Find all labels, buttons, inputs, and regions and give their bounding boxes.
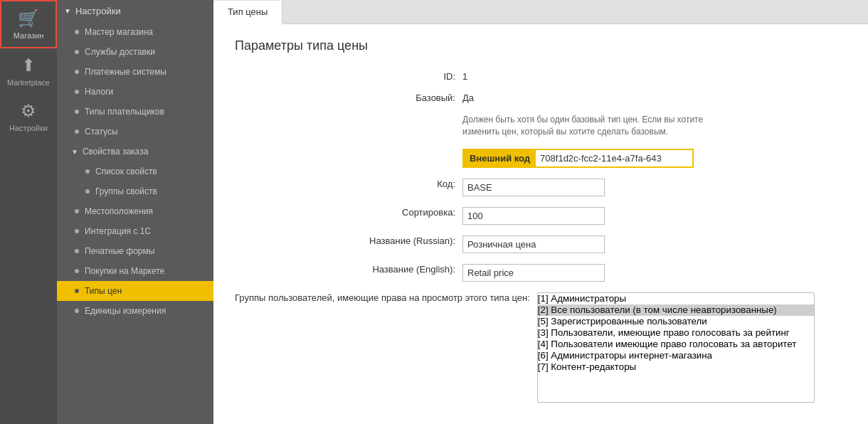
external-code-wrapper: Внешний код xyxy=(462,149,694,168)
sort-value-wrapper xyxy=(462,203,847,225)
id-label: ID: xyxy=(235,68,462,82)
nav-item-order-props[interactable]: ▼ Свойства заказа xyxy=(57,142,213,161)
form-row-id: ID: 1 xyxy=(235,68,847,82)
content-area: Параметры типа цены ID: 1 Базовый: Да До… xyxy=(213,24,868,424)
nav-item-price-types[interactable]: Типы цен xyxy=(57,281,213,301)
nav-item-integration-1c[interactable]: Интеграция с 1С xyxy=(57,221,213,241)
sidebar-item-settings-label: Настройки xyxy=(9,124,48,132)
name-english-label: Название (English): xyxy=(235,260,462,275)
form-row-name-russian: Название (Russian): xyxy=(235,232,847,253)
nav-item-payer-types[interactable]: Типы плательщиков xyxy=(57,102,213,122)
form-row-groups: Группы пользователей, имеющие права на п… xyxy=(235,289,847,403)
form-row-sort: Сортировка: xyxy=(235,203,847,225)
dot-icon xyxy=(75,309,79,313)
groups-listbox-wrapper: [1] Администраторы[2] Все пользователи (… xyxy=(537,289,847,403)
nav-item-units-label: Единицы измерения xyxy=(85,306,166,316)
nav-item-props-list[interactable]: Список свойств xyxy=(57,161,213,181)
order-props-arrow: ▼ xyxy=(71,148,78,156)
form-row-hint: Должен быть хотя бы один базовый тип цен… xyxy=(235,110,847,138)
form-row-code: Код: xyxy=(235,175,847,196)
nav-item-print-forms[interactable]: Печатные формы xyxy=(57,241,213,261)
dot-icon xyxy=(75,110,79,114)
tab-price-type[interactable]: Тип цены xyxy=(213,1,282,24)
marketplace-icon: ⬆ xyxy=(21,55,36,75)
groups-label: Группы пользователей, имеющие права на п… xyxy=(235,289,537,303)
sidebar-item-shop-label: Магазин xyxy=(14,31,43,40)
nav-item-statuses-label: Статусы xyxy=(85,127,118,137)
nav-item-payment[interactable]: Платежные системы xyxy=(57,62,213,82)
dot-icon xyxy=(75,229,79,233)
form-row-name-english: Название (English): xyxy=(235,260,847,282)
nav-item-taxes[interactable]: Налоги xyxy=(57,82,213,102)
nav-item-integration-1c-label: Интеграция с 1С xyxy=(85,226,151,236)
tab-bar: Тип цены xyxy=(213,0,868,24)
groups-listbox[interactable]: [1] Администраторы[2] Все пользователи (… xyxy=(537,292,815,403)
nav-item-props-groups[interactable]: Группы свойств xyxy=(57,181,213,201)
nav-section-arrow: ▼ xyxy=(64,7,71,15)
name-russian-label: Название (Russian): xyxy=(235,232,462,246)
dot-icon xyxy=(75,289,79,293)
hint-text: Должен быть хотя бы один базовый тип цен… xyxy=(462,110,711,138)
nav-item-props-groups-label: Группы свойств xyxy=(95,186,157,196)
nav-section-label: Настройки xyxy=(75,6,121,16)
external-code-wrapper-outer: Внешний код xyxy=(462,145,847,168)
code-label: Код: xyxy=(235,175,462,189)
dot-icon xyxy=(75,90,79,94)
form-row-external-code: Внешний код xyxy=(235,145,847,168)
nav-item-statuses[interactable]: Статусы xyxy=(57,122,213,142)
dot-icon xyxy=(85,189,90,194)
sidebar-item-marketplace[interactable]: ⬆ Marketplace xyxy=(0,48,57,94)
nav-panel: ▼ Настройки Мастер магазина Службы доста… xyxy=(57,0,213,424)
nav-item-locations[interactable]: Местоположения xyxy=(57,201,213,221)
nav-item-locations-label: Местоположения xyxy=(85,206,153,216)
nav-item-payer-types-label: Типы плательщиков xyxy=(85,107,164,117)
nav-item-units[interactable]: Единицы измерения xyxy=(57,301,213,321)
nav-item-market-purchases[interactable]: Покупки на Маркете xyxy=(57,261,213,281)
nav-item-order-props-label: Свойства заказа xyxy=(83,147,148,157)
nav-item-taxes-label: Налоги xyxy=(85,87,113,97)
sort-input[interactable] xyxy=(462,207,605,225)
nav-item-print-forms-label: Печатные формы xyxy=(85,246,154,256)
sidebar-item-settings[interactable]: ⚙ Настройки xyxy=(0,94,57,139)
shop-icon: 🛒 xyxy=(18,9,39,28)
form-row-base: Базовый: Да xyxy=(235,89,847,103)
sidebar-item-shop[interactable]: 🛒 Магазин xyxy=(0,0,57,48)
nav-section-settings[interactable]: ▼ Настройки xyxy=(57,0,213,22)
main-content: Тип цены Параметры типа цены ID: 1 Базов… xyxy=(213,0,868,424)
nav-item-delivery[interactable]: Службы доставки xyxy=(57,42,213,62)
nav-item-shop-wizard[interactable]: Мастер магазина xyxy=(57,22,213,42)
dot-icon xyxy=(75,129,79,134)
nav-item-delivery-label: Службы доставки xyxy=(85,47,155,57)
external-code-label-spacer xyxy=(235,145,462,149)
nav-item-payment-label: Платежные системы xyxy=(85,67,166,77)
dot-icon xyxy=(75,269,79,273)
code-value-wrapper xyxy=(462,175,847,196)
dot-icon xyxy=(75,209,79,213)
base-value: Да xyxy=(462,89,847,103)
dot-icon xyxy=(75,249,79,253)
nav-item-market-purchases-label: Покупки на Маркете xyxy=(85,266,164,276)
nav-item-props-list-label: Список свойств xyxy=(95,166,157,176)
name-russian-input[interactable] xyxy=(462,235,605,253)
tab-price-type-label: Тип цены xyxy=(228,6,268,17)
sidebar: 🛒 Магазин ⬆ Marketplace ⚙ Настройки xyxy=(0,0,57,424)
id-value: 1 xyxy=(462,68,847,82)
sidebar-item-marketplace-label: Marketplace xyxy=(7,78,50,87)
name-english-input[interactable] xyxy=(462,264,605,282)
external-code-label: Внешний код xyxy=(464,150,536,166)
name-english-wrapper xyxy=(462,260,847,282)
dot-icon xyxy=(85,169,90,174)
nav-item-shop-wizard-label: Мастер магазина xyxy=(85,27,153,37)
hint-label-spacer xyxy=(235,110,462,114)
dot-icon xyxy=(75,50,79,54)
dot-icon xyxy=(75,30,79,34)
dot-icon xyxy=(75,70,79,74)
base-value-text: Да xyxy=(462,92,474,103)
external-code-input[interactable] xyxy=(536,150,692,166)
name-russian-wrapper xyxy=(462,232,847,253)
base-label: Базовый: xyxy=(235,89,462,103)
page-title: Параметры типа цены xyxy=(235,38,847,53)
code-input[interactable] xyxy=(462,179,605,196)
settings-icon: ⚙ xyxy=(21,101,36,121)
nav-item-price-types-label: Типы цен xyxy=(85,286,122,296)
